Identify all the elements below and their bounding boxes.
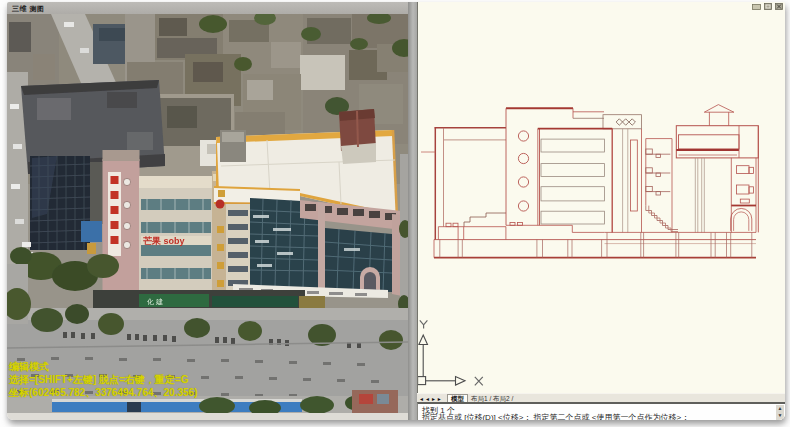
svg-text:化 建: 化 建	[147, 298, 163, 306]
svg-text:芒果 soby: 芒果 soby	[143, 236, 185, 246]
